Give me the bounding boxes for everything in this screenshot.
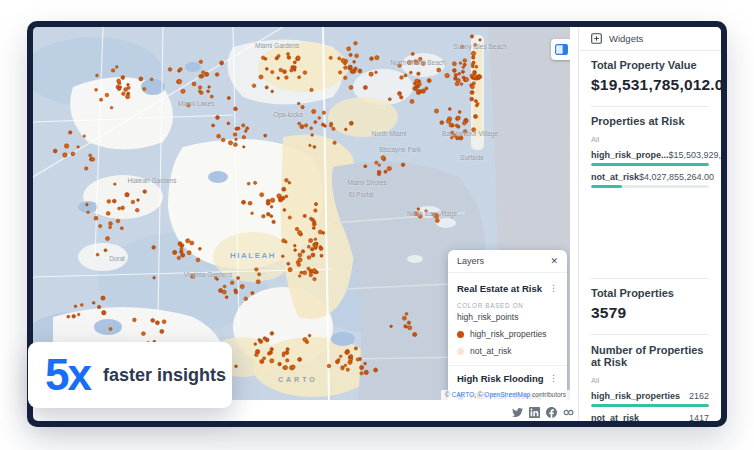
map-city-label: Biscayne Park (379, 146, 421, 153)
legend-dot (457, 348, 464, 355)
widget-number-properties-at-risk: Number of Properties at Risk All high_ri… (579, 336, 721, 421)
widget-properties-at-risk: Properties at Risk All high_risk_prope..… (579, 107, 721, 279)
category-row[interactable]: high_risk_properties 2162 (591, 391, 709, 407)
panel-toggle-button[interactable] (551, 39, 570, 60)
carto-link[interactable]: CARTO (452, 391, 475, 398)
map-city-label: Bal Harbour Village (442, 130, 498, 137)
map-city-label: North Miami Beach (390, 59, 445, 66)
linkedin-icon[interactable] (529, 407, 540, 418)
widget-title: Total Property Value (591, 59, 709, 71)
color-based-on-label: COLOR BASED ON (457, 302, 558, 309)
add-widget-icon[interactable] (591, 33, 602, 44)
facebook-icon[interactable] (546, 407, 557, 418)
map-city-label: Hialeah Gardens (128, 177, 177, 184)
divider (591, 334, 709, 335)
layers-panel-title: Layers (457, 256, 484, 266)
social-links (512, 407, 574, 418)
layer-name: Real Estate at Risk (457, 283, 542, 294)
map-city-label: Miami Lakes (178, 100, 214, 107)
widgets-header: Widgets (579, 27, 721, 51)
widget-value: $19,531,785,012.00 (591, 76, 709, 94)
map-city-label: North Miami (371, 130, 406, 137)
layer-name: High Risk Flooding (457, 373, 544, 384)
map-city-label: North Bay Village (407, 210, 457, 217)
badge-text: faster insights (103, 365, 226, 386)
widget-filter-label: All (591, 376, 709, 385)
widget-value: 3579 (591, 304, 709, 322)
map-city-label: Miami Gardens (255, 42, 299, 49)
close-icon[interactable]: ✕ (550, 257, 558, 266)
legend-item: not_at_risk (457, 346, 558, 356)
widget-title: Properties at Risk (591, 115, 709, 127)
category-row[interactable]: not_at_risk 1417 (591, 413, 709, 421)
page: Miami GardensSunny Isles BeachNorth Miam… (0, 0, 754, 450)
widget-filter-label: All (591, 135, 709, 144)
map-city-label: HIALEAH (230, 251, 276, 260)
widgets-sidebar: Widgets Total Property Value $19,531,785… (578, 27, 721, 421)
map-city-label: Miami Shores (347, 179, 387, 186)
widget-total-properties: Total Properties 3579 (579, 279, 721, 336)
category-bar (591, 163, 709, 166)
widget-total-property-value: Total Property Value $19,531,785,012.00 (579, 51, 721, 107)
marketing-badge: 5x faster insights (28, 342, 232, 408)
kebab-menu-icon[interactable]: ⋮ (549, 284, 558, 293)
map-city-label: Opa-locka (273, 111, 303, 118)
kebab-menu-icon[interactable]: ⋮ (549, 374, 558, 383)
badge-multiplier: 5x (45, 353, 90, 397)
link-icon[interactable] (563, 407, 574, 418)
category-bar (591, 404, 709, 407)
map-attribution: © CARTO, © OpenStreetMap contributors (441, 390, 570, 400)
carto-watermark: CARTO (278, 376, 318, 383)
category-row[interactable]: high_risk_prope... $15,503,929,748.00 (591, 150, 709, 166)
widgets-title: Widgets (609, 33, 643, 44)
divider (448, 365, 567, 366)
layers-panel: Layers ✕ Real Estate at Risk ⋮ COLOR BAS… (448, 250, 567, 400)
sidebar-toggle-icon (555, 44, 568, 55)
map-city-label: Doral (109, 255, 125, 262)
twitter-icon[interactable] (512, 407, 523, 418)
widget-title: Total Properties (591, 287, 709, 299)
color-based-on-field: high_risk_points (457, 312, 558, 322)
map-city-label: El Portal (349, 191, 374, 198)
category-row[interactable]: not_at_risk $4,027,855,264.00 (591, 172, 709, 188)
map-city-label: Virginia Gardens (184, 271, 232, 278)
osm-link[interactable]: OpenStreetMap (484, 391, 530, 398)
map-city-label: Surfside (460, 154, 484, 161)
map-city-label: Sunny Isles Beach (453, 43, 507, 50)
widget-title: Number of Properties at Risk (591, 344, 709, 368)
legend-item: high_risk_properties (457, 329, 558, 339)
legend-dot (457, 331, 464, 338)
